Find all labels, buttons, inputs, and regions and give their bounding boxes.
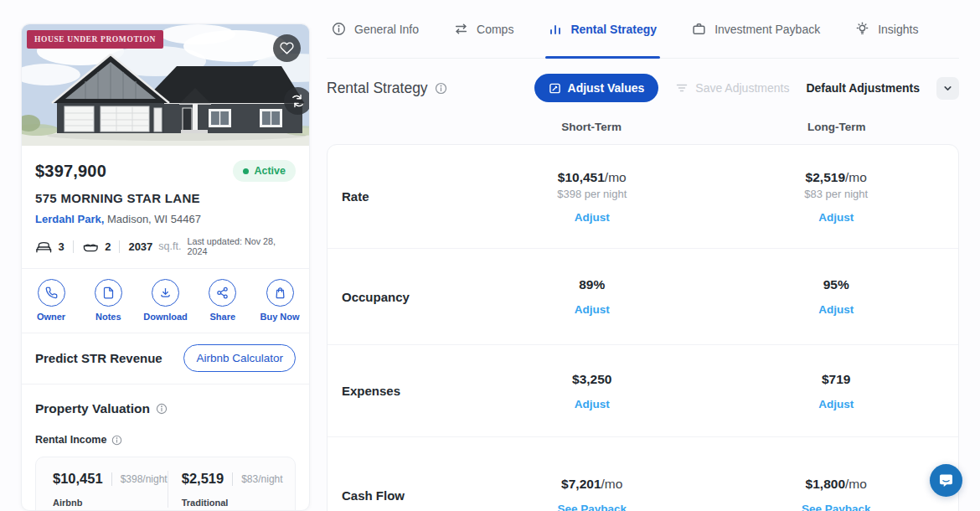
bed-icon: [35, 240, 53, 253]
chevron-down-icon: [942, 83, 953, 94]
adjustments-dropdown-button[interactable]: [936, 77, 959, 100]
info-icon[interactable]: [156, 403, 168, 415]
traditional-per-night: $83/night: [241, 473, 282, 485]
buy-now-label: Buy Now: [260, 312, 299, 322]
insights-icon: [855, 22, 869, 36]
location-line: Lerdahl Park, Madison, WI 54467: [35, 213, 296, 225]
cash-flow-short-term-cell: $7,201/mo See Payback: [470, 477, 714, 511]
promotion-banner: HOUSE UNDER PROMOTION: [27, 30, 163, 49]
tab-insights[interactable]: Insights: [855, 0, 918, 58]
tab-general-info[interactable]: General Info: [332, 0, 419, 58]
airbnb-label: Airbnb: [53, 498, 168, 508]
info-icon[interactable]: [435, 82, 447, 95]
chat-bubble-icon: [938, 472, 954, 488]
adjustments-dropdown-value: Default Adjustments: [806, 81, 920, 95]
cash-flow-long-term-cell: $1,800/mo See Payback: [714, 477, 959, 511]
rate-long-adjust-link[interactable]: Adjust: [818, 211, 854, 224]
tab-rental-strategy[interactable]: Rental Strategy: [549, 0, 657, 58]
expenses-short-value: $3,250: [572, 372, 611, 387]
notes-label: Notes: [95, 312, 121, 322]
baths-count: 2: [105, 240, 111, 253]
main-content: General Info Comps Rental Strategy Inves…: [327, 0, 959, 511]
action-buttons-row: Owner Notes Download Share Buy Now: [22, 269, 309, 333]
notes-button[interactable]: Notes: [82, 279, 134, 322]
occupancy-long-value: 95%: [823, 277, 849, 292]
predict-str-title: Predict STR Revenue: [35, 351, 162, 365]
table-row-rate: Rate $10,451/mo $398 per night Adjust $2…: [328, 145, 958, 248]
rental-strategy-title: Rental Strategy: [327, 80, 428, 97]
cash-flow-long-suffix: /mo: [845, 477, 867, 491]
beds-count: 3: [59, 240, 64, 253]
airbnb-calculator-button[interactable]: Airbnb Calculator: [183, 344, 296, 372]
bath-icon: [82, 240, 100, 253]
edit-icon: [549, 82, 561, 95]
rate-short-term-cell: $10,451/mo $398 per night Adjust: [470, 170, 714, 224]
neighborhood-link[interactable]: Lerdahl Park,: [35, 213, 104, 225]
save-adjustments-button[interactable]: Save Adjustments: [675, 81, 789, 95]
cash-flow-short-value: $7,201: [561, 477, 601, 491]
expenses-long-adjust-link[interactable]: Adjust: [818, 398, 854, 410]
tab-label: Comps: [477, 23, 513, 36]
divider: [22, 384, 309, 385]
price: $397,900: [35, 162, 106, 181]
adjust-values-button[interactable]: Adjust Values: [534, 74, 659, 102]
cash-flow-long-see-payback-link[interactable]: See Payback: [802, 503, 871, 511]
chat-launcher-button[interactable]: [930, 464, 962, 497]
briefcase-icon: [692, 22, 706, 36]
phone-icon: [45, 286, 58, 299]
owner-label: Owner: [37, 312, 65, 322]
rental-strategy-table: Rate $10,451/mo $398 per night Adjust $2…: [327, 144, 959, 511]
row-label: Rate: [328, 189, 470, 204]
compare-button[interactable]: [284, 87, 310, 115]
cash-flow-short-see-payback-link[interactable]: See Payback: [557, 503, 627, 511]
comps-icon: [454, 22, 468, 36]
expenses-long-term-cell: $719 Adjust: [714, 372, 959, 410]
expenses-short-adjust-link[interactable]: Adjust: [575, 398, 610, 410]
sqft-unit: sq.ft.: [158, 240, 181, 252]
divider: [232, 472, 233, 486]
status-label: Active: [254, 165, 286, 177]
tab-comps[interactable]: Comps: [454, 0, 513, 58]
row-label: Occupancy: [328, 290, 470, 304]
expenses-long-value: $719: [822, 372, 850, 387]
rate-short-value: $10,451: [558, 170, 605, 184]
stat-separator: [119, 240, 120, 253]
adjust-values-label: Adjust Values: [568, 81, 645, 95]
traditional-label: Traditional: [182, 498, 283, 508]
compare-icon: [291, 94, 305, 108]
city-state-zip: Madison, WI 54467: [104, 213, 201, 225]
rate-long-suffix: /mo: [845, 170, 867, 184]
status-dot-icon: [243, 168, 249, 174]
tab-investment-payback[interactable]: Investment Payback: [692, 0, 820, 58]
last-updated: Last updated: Nov 28, 2024: [187, 236, 296, 256]
buy-now-button[interactable]: Buy Now: [254, 279, 306, 322]
favorite-button[interactable]: [273, 34, 301, 62]
tab-label: Investment Payback: [714, 23, 820, 36]
filter-icon: [675, 81, 689, 95]
tab-label: General Info: [354, 23, 419, 36]
info-icon[interactable]: [111, 435, 122, 446]
save-adjustments-label: Save Adjustments: [695, 81, 789, 95]
divider: [111, 472, 112, 486]
property-valuation-title: Property Valuation: [35, 401, 150, 416]
occupancy-short-value: 89%: [579, 277, 605, 292]
occupancy-long-term-cell: 95% Adjust: [714, 277, 959, 316]
share-button[interactable]: Share: [197, 279, 249, 322]
tab-label: Rental Strategy: [570, 23, 657, 36]
rental-income-card: $10,451 $398/night Airbnb $2,519 $83/nig…: [35, 457, 296, 511]
rental-income-label: Rental Income: [35, 434, 106, 446]
row-label: Cash Flow: [328, 488, 470, 503]
short-term-header: Short-Term: [469, 121, 714, 133]
status-badge: Active: [233, 160, 296, 182]
long-term-header: Long-Term: [714, 121, 960, 133]
owner-button[interactable]: Owner: [25, 279, 77, 322]
bar-chart-icon: [549, 23, 562, 36]
occupancy-long-adjust-link[interactable]: Adjust: [818, 303, 854, 316]
occupancy-short-adjust-link[interactable]: Adjust: [575, 303, 610, 316]
download-button[interactable]: Download: [140, 279, 192, 322]
rate-short-sub: $398 per night: [557, 188, 627, 200]
airbnb-per-night: $398/night: [121, 473, 168, 485]
rate-long-sub: $83 per night: [804, 188, 868, 200]
info-icon: [332, 22, 346, 36]
rate-short-adjust-link[interactable]: Adjust: [575, 211, 610, 224]
